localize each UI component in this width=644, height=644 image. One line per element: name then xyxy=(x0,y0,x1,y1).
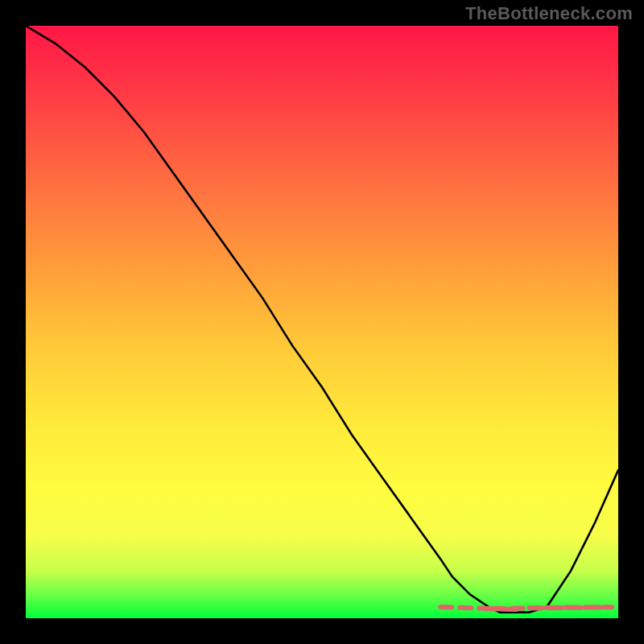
chart-frame: TheBottleneck.com xyxy=(0,0,644,644)
curve-layer xyxy=(26,26,618,618)
optimal-zone-highlight xyxy=(440,607,612,609)
bottleneck-curve xyxy=(26,26,618,613)
plot-area xyxy=(26,26,618,618)
watermark-text: TheBottleneck.com xyxy=(465,3,633,24)
